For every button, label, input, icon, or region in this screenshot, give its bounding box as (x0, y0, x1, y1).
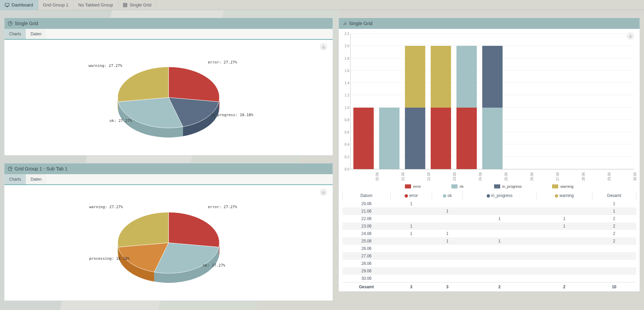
col-datum[interactable]: Datum (343, 191, 391, 200)
panel-single-grid-pie: Single Grid Charts Daten error: 27.27% i… (4, 18, 333, 156)
panel-grid-group-1-pie: Grid Group 1 - Sub Tab 1 Charts Daten er… (4, 163, 333, 301)
pie-label-processing: processing: 18.18% (89, 256, 130, 261)
download-button[interactable] (320, 43, 327, 51)
panel-single-grid-bar: Single Grid 0.00.20.40.60.81.01.21.41.61… (338, 18, 640, 292)
tab-label: Dashboard (12, 2, 33, 7)
subtab-daten[interactable]: Daten (26, 29, 46, 39)
table-row: 30.06 (343, 275, 636, 282)
subtab-daten[interactable]: Daten (26, 174, 46, 184)
table-row: 26.06 (343, 245, 636, 252)
table-row: 25.06112 (343, 237, 636, 245)
col-gesamt[interactable]: Gesamt (592, 191, 636, 200)
col-in-progress[interactable]: in_progress (463, 191, 536, 200)
legend-error: error (405, 184, 421, 188)
tab-label: No Tabbed Group (78, 2, 113, 7)
col-warning[interactable]: warning (536, 191, 592, 200)
pie-label-warning: warning: 27.27% (89, 205, 123, 209)
bar-chart-area: 0.00.20.40.60.81.01.21.41.61.82.02.220.0… (339, 29, 640, 291)
panel-title: Single Grid (15, 21, 38, 26)
tab-dashboard[interactable]: Dashboard (0, 0, 38, 10)
pie-chart-icon (8, 21, 13, 26)
bar-legend: error ok in_progress warning (342, 169, 636, 191)
table-row: 27.06 (343, 252, 636, 260)
table-row: 21.0611 (343, 207, 636, 215)
tab-single-grid[interactable]: Single Grid (118, 0, 156, 10)
table-row: 29.06 (343, 267, 636, 275)
download-button[interactable] (320, 188, 327, 196)
download-icon (322, 190, 325, 194)
pie-label-ok: ok: 27.27% (203, 263, 225, 268)
table-row: 28.06 (343, 260, 636, 267)
pie-label-ok: ok: 27.27% (110, 118, 132, 123)
table-row: 22.06112 (343, 215, 636, 222)
data-table: Datum error ok in_progress warning Gesam… (342, 191, 636, 291)
download-icon (322, 45, 325, 49)
tab-label: Single Grid (130, 2, 151, 7)
svg-rect-3 (123, 3, 127, 7)
pie-label-in-progress: in_progress: 18.18% (211, 113, 253, 117)
tab-no-tabbed-group[interactable]: No Tabbed Group (74, 0, 118, 10)
monitor-icon (5, 3, 9, 7)
pie-chart-icon (8, 166, 13, 171)
col-error[interactable]: error (390, 191, 432, 200)
legend-warning: warning (552, 184, 573, 188)
panel-subtabs: Charts Daten (4, 29, 333, 40)
panel-header: Single Grid (339, 18, 640, 29)
top-nav: Dashboard Grid Group 1 No Tabbed Group S… (0, 0, 644, 10)
pie-chart-area: error: 27.27% ok: 27.27% processing: 18.… (4, 185, 333, 300)
table-row: 24.06112 (343, 230, 636, 237)
table-row: 23.06112 (343, 222, 636, 230)
table-footer-row: Gesamt 3 3 2 2 10 (343, 282, 636, 292)
tab-grid-group-1[interactable]: Grid Group 1 (38, 0, 74, 10)
grid-icon (123, 3, 128, 7)
pie-label-warning: warning: 27.27% (89, 63, 122, 68)
pie-chart (111, 199, 226, 287)
bar-plot: 0.00.20.40.60.81.01.21.41.61.82.02.220.0… (350, 34, 634, 169)
tab-label: Grid Group 1 (43, 2, 69, 7)
bar-chart-icon (342, 21, 347, 26)
panel-title: Grid Group 1 - Sub Tab 1 (15, 166, 67, 171)
pie-label-error: error: 27.27% (208, 60, 237, 65)
subtab-charts[interactable]: Charts (4, 29, 26, 39)
pie-label-error: error: 27.27% (208, 205, 237, 209)
svg-rect-0 (5, 3, 9, 6)
pie-chart (111, 53, 226, 142)
panel-header: Single Grid (4, 18, 333, 29)
subtab-charts[interactable]: Charts (4, 174, 26, 184)
panel-header: Grid Group 1 - Sub Tab 1 (4, 163, 333, 174)
table-row: 20.0611 (343, 200, 636, 207)
col-ok[interactable]: ok (432, 191, 463, 200)
panel-title: Single Grid (349, 21, 372, 26)
pie-chart-area: error: 27.27% in_progress: 18.18% ok: 27… (4, 40, 333, 155)
panel-subtabs: Charts Daten (4, 174, 333, 185)
